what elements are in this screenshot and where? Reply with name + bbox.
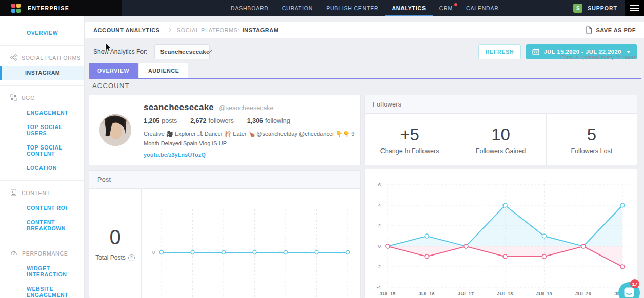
hamburger-menu-icon[interactable]	[625, 0, 644, 16]
data-update-note: *Data is updated every 24 hours.	[559, 54, 638, 60]
total-posts-summary: 0 Total Posts ?	[89, 189, 142, 298]
followers-chart-card: 6420-2-4JUL 15JUL 16JUL 17JUL 18JUL 19JU…	[364, 169, 637, 298]
account-stats: 1,205posts 2,672followers 1,306following	[144, 117, 359, 124]
change-in-followers-stat: +5 Change In Followers	[365, 114, 455, 165]
svg-text:0: 0	[152, 250, 155, 255]
sidebar-section-overview: OVERVIEW	[0, 22, 84, 46]
sidebar-header-label: SOCIAL PLATFORMS	[22, 55, 81, 61]
sidebar-header-performance: PERFORMANCE	[0, 245, 84, 261]
nav-item-crm[interactable]: CRM	[433, 0, 459, 16]
followers-summary-card: Followers +5 Change In Followers 10 Foll…	[364, 95, 637, 165]
sidebar-item-top-social-users[interactable]: TOP SOCIAL USERS	[0, 120, 84, 140]
crm-notification-dot	[454, 3, 457, 6]
account-name: seancheesecake	[144, 102, 214, 113]
followers-lost-value: 5	[587, 125, 596, 144]
profile-avatar	[99, 114, 131, 146]
account-selector-value: Seancheesecake	[160, 49, 209, 55]
post-card: Post 0 Total Posts ? 0	[89, 170, 361, 298]
nav-item-curation[interactable]: CURATION	[275, 0, 319, 16]
breadcrumb-instagram-value: INSTAGRAM	[242, 27, 278, 33]
user-avatar[interactable]: S	[573, 4, 582, 13]
svg-text:JUL 15: JUL 15	[379, 291, 395, 296]
tab-overview[interactable]: OVERVIEW	[89, 63, 138, 78]
svg-text:4: 4	[378, 202, 381, 208]
followers-label: followers	[208, 117, 233, 124]
followers-gained-value: 10	[491, 125, 510, 144]
posts-count: 1,205	[144, 117, 159, 124]
posts-stat: 1,205posts	[144, 117, 177, 124]
sidebar-section-ugc: UGC ENGAGEMENT TOP SOCIAL USERS TOP SOCI…	[0, 86, 84, 181]
overview-audience-tabs: OVERVIEW AUDIENCE *Data is updated every…	[89, 63, 641, 79]
account-handle: @seancheesecake	[219, 104, 274, 112]
account-profile-card: seancheesecake @seancheesecake 1,205post…	[89, 95, 361, 165]
sidebar-item-content-breakdown[interactable]: CONTENT BREAKDOWN	[0, 215, 84, 236]
breadcrumb: ACCOUNT ANALYTICS SOCIAL PLATFORMS: INST…	[85, 22, 644, 38]
breadcrumb-chevron-icon	[166, 28, 171, 33]
post-card-header: Post	[89, 171, 360, 189]
sidebar-item-content-roi[interactable]: CONTENT ROI	[0, 201, 84, 215]
followers-stats-row: +5 Change In Followers 10 Followers Gain…	[365, 114, 637, 165]
svg-text:JUL 18: JUL 18	[497, 291, 513, 296]
brand-logo[interactable]: ENTERPRISE	[0, 0, 122, 16]
following-count: 1,306	[247, 117, 263, 124]
account-selector-dropdown[interactable]: Seancheesecake	[154, 44, 210, 59]
breadcrumb-social-platforms-label: SOCIAL PLATFORMS:	[177, 27, 240, 33]
followers-lost-stat: 5 Followers Lost	[547, 114, 637, 165]
sidebar-item-overview[interactable]: OVERVIEW	[0, 26, 84, 40]
svg-text:JUL 19: JUL 19	[536, 291, 552, 296]
sidebar-item-location[interactable]: LOCATION	[0, 161, 84, 175]
svg-text:-2: -2	[377, 264, 381, 269]
brand-name: ENTERPRISE	[28, 5, 69, 11]
sidebar-header-label: PERFORMANCE	[22, 250, 68, 257]
breadcrumb-account-analytics[interactable]: ACCOUNT ANALYTICS	[93, 27, 160, 33]
nav-right-cluster: S SUPPORT	[573, 0, 644, 16]
following-label: following	[265, 117, 290, 124]
sidebar-header-social-platforms: SOCIAL PLATFORMS	[0, 50, 84, 66]
followers-line-chart: 6420-2-4JUL 15JUL 16JUL 17JUL 18JUL 19JU…	[365, 169, 637, 297]
followers-gained-label: Followers Gained	[476, 147, 526, 155]
nav-item-calendar[interactable]: CALENDAR	[459, 0, 506, 16]
save-as-pdf-button[interactable]: SAVE AS PDF	[586, 26, 636, 34]
sidebar-item-top-social-content[interactable]: TOP SOCIAL CONTENT	[0, 140, 84, 161]
followers-count: 2,672	[190, 117, 206, 124]
profile-photo	[99, 114, 131, 146]
change-in-followers-label: Change In Followers	[380, 147, 439, 155]
support-link[interactable]: SUPPORT	[588, 5, 617, 11]
followers-gained-stat: 10 Followers Gained	[455, 114, 546, 165]
refresh-button[interactable]: REFRESH	[478, 44, 521, 59]
svg-text:JUL 20: JUL 20	[575, 291, 591, 296]
sidebar-item-widget-interaction[interactable]: WIDGET INTERACTION	[0, 261, 84, 282]
nav-item-crm-label: CRM	[439, 5, 453, 11]
svg-text:2: 2	[378, 223, 381, 228]
sidebar-item-engagement[interactable]: ENGAGEMENT	[0, 105, 84, 120]
total-posts-text: Total Posts	[95, 254, 126, 261]
sidebar: OVERVIEW SOCIAL PLATFORMS INSTAGRAM UGC …	[0, 16, 85, 298]
sidebar-header-content: CONTENT	[0, 185, 84, 201]
calendar-icon	[532, 48, 539, 55]
account-section-title: ACCOUNT	[92, 82, 130, 90]
gauge-icon	[10, 250, 17, 257]
followers-card-header: Followers	[365, 95, 637, 114]
followers-lost-label: Followers Lost	[571, 147, 613, 155]
change-in-followers-value: +5	[400, 125, 419, 144]
sidebar-header-label: UGC	[22, 95, 34, 101]
followers-stat: 2,672followers	[190, 117, 234, 124]
post-card-body: 0 Total Posts ? 0	[89, 189, 360, 298]
chevron-down-icon	[627, 51, 631, 53]
tab-audience[interactable]: AUDIENCE	[139, 63, 188, 78]
nav-item-analytics[interactable]: ANALYTICS	[385, 0, 432, 16]
sidebar-section-content: CONTENT CONTENT ROI CONTENT BREAKDOWN	[0, 181, 84, 241]
following-stat: 1,306following	[247, 117, 290, 124]
nav-item-publish-center[interactable]: PUBLISH CENTER	[319, 0, 385, 16]
account-info: seancheesecake @seancheesecake 1,205post…	[144, 101, 359, 158]
nav-item-dashboard[interactable]: DASHBOARD	[224, 0, 275, 16]
sidebar-item-instagram[interactable]: INSTAGRAM	[0, 66, 84, 80]
total-posts-label: Total Posts ?	[95, 254, 135, 261]
svg-text:-4: -4	[377, 284, 381, 290]
help-icon[interactable]: ?	[128, 254, 135, 261]
account-bio: Creative 🎥 Explorer 🏞 Dancer 🩰 Eater 🍗 @…	[144, 129, 359, 147]
chat-bubble-icon	[624, 287, 634, 298]
sidebar-header-label: CONTENT	[22, 190, 50, 196]
sidebar-item-website-engagement[interactable]: WEBSITE ENGAGEMENT	[0, 282, 84, 298]
account-bio-link[interactable]: youtu.be/z3yLnsUTozQ	[144, 152, 206, 158]
